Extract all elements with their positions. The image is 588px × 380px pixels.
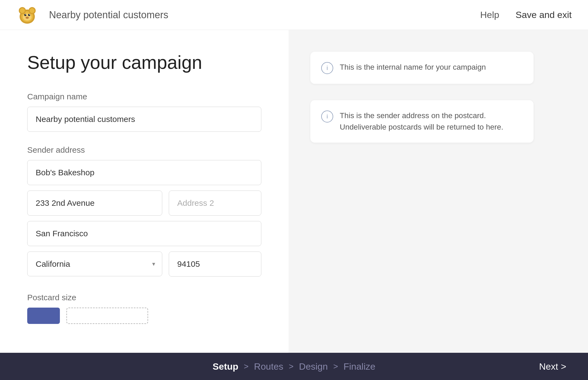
address-row-1	[27, 191, 261, 216]
state-select-wrapper: AlabamaAlaskaArizonaArkansasCaliforniaCo…	[27, 252, 162, 277]
bottom-navigation-bar: Setup > Routes > Design > Finalize Next …	[0, 353, 588, 380]
postcard-size-label: Postcard size	[27, 293, 261, 302]
logo-bear-icon	[16, 4, 38, 26]
address2-wrapper	[169, 191, 261, 216]
next-button[interactable]: Next >	[539, 361, 566, 372]
campaign-name-label: Campaign name	[27, 92, 261, 101]
step-sep-3: >	[333, 362, 338, 371]
main-content: Setup your campaign Campaign name Sender…	[0, 30, 588, 353]
svg-point-10	[26, 14, 26, 15]
svg-point-11	[29, 14, 30, 15]
city-input[interactable]	[27, 221, 261, 246]
step-setup: Setup	[213, 361, 238, 372]
right-panel: i This is the internal name for your cam…	[289, 30, 588, 353]
nav-right: Help Save and exit	[480, 10, 572, 20]
svg-point-5	[30, 8, 35, 13]
info-icon-sender: i	[321, 111, 333, 122]
address2-input[interactable]	[169, 191, 261, 216]
step-finalize: Finalize	[344, 361, 375, 372]
zip-input[interactable]	[169, 252, 261, 277]
info-icon-campaign: i	[321, 62, 333, 74]
campaign-name-section: Campaign name	[27, 92, 261, 132]
nav-page-title: Nearby potential customers	[49, 9, 168, 21]
step-sep-1: >	[244, 362, 249, 371]
business-name-input[interactable]	[27, 160, 261, 185]
step-design: Design	[299, 361, 328, 372]
next-chevron-icon: >	[561, 361, 566, 372]
page-title: Setup your campaign	[27, 52, 261, 73]
info-text-campaign: This is the internal name for your campa…	[340, 62, 486, 73]
sender-address-label: Sender address	[27, 145, 261, 155]
postcard-size-dotted	[66, 308, 148, 324]
left-panel: Setup your campaign Campaign name Sender…	[0, 30, 289, 353]
postcard-size-options	[27, 308, 261, 325]
address1-wrapper	[27, 191, 162, 216]
address1-input[interactable]	[27, 191, 162, 216]
steps-nav: Setup > Routes > Design > Finalize	[213, 361, 375, 372]
nav-left: Nearby potential customers	[16, 4, 168, 26]
info-bubble-campaign-name: i This is the internal name for your cam…	[310, 52, 534, 84]
campaign-name-input[interactable]	[27, 107, 261, 132]
state-zip-row: AlabamaAlaskaArizonaArkansasCaliforniaCo…	[27, 252, 261, 277]
postcard-size-btn[interactable]	[27, 308, 60, 324]
state-select[interactable]: AlabamaAlaskaArizonaArkansasCaliforniaCo…	[27, 252, 162, 276]
save-exit-button[interactable]: Save and exit	[516, 10, 572, 20]
sender-address-section: Sender address AlabamaAlaskaArizonaArkan	[27, 145, 261, 277]
next-label: Next	[539, 361, 558, 372]
info-text-sender: This is the sender address on the postca…	[340, 110, 523, 133]
step-routes: Routes	[254, 361, 283, 372]
svg-point-9	[26, 17, 29, 19]
zip-wrapper	[169, 252, 261, 277]
top-navigation: Nearby potential customers Help Save and…	[0, 0, 588, 30]
svg-point-4	[20, 8, 25, 13]
city-row	[27, 221, 261, 246]
step-sep-2: >	[289, 362, 294, 371]
postcard-size-section: Postcard size	[27, 293, 261, 325]
help-link[interactable]: Help	[480, 10, 499, 20]
info-bubble-sender-address: i This is the sender address on the post…	[310, 100, 534, 143]
